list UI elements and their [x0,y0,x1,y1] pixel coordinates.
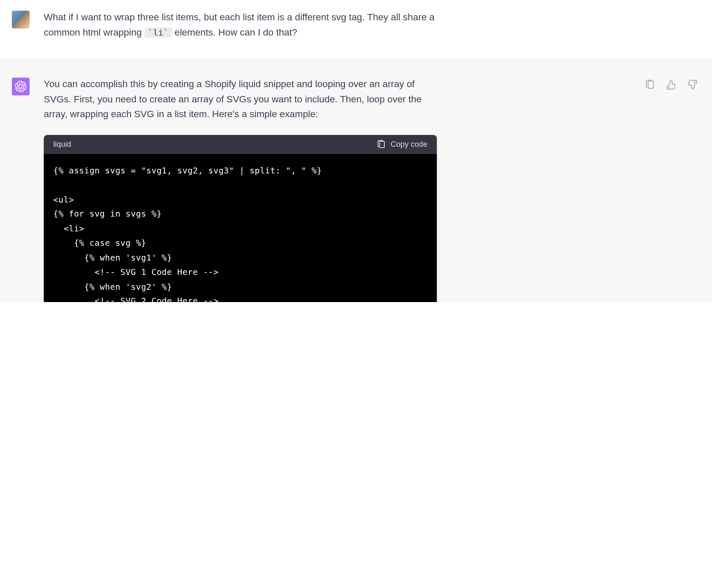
openai-logo-icon [15,81,27,93]
svg-rect-1 [648,81,654,88]
user-text-part2: elements. How can I do that? [172,27,297,37]
assistant-message: You can accomplish this by creating a Sh… [0,59,712,302]
svg-rect-0 [380,141,384,148]
user-message-text: What if I want to wrap three list items,… [44,9,437,40]
clipboard-icon [645,80,655,90]
inline-code: `li` [144,27,172,38]
assistant-intro-text: You can accomplish this by creating a Sh… [44,77,437,122]
thumbs-down-button[interactable] [684,77,701,93]
assistant-avatar [12,78,30,96]
user-message: What if I want to wrap three list items,… [0,0,712,59]
message-actions [630,77,701,302]
thumbs-up-icon [666,80,676,90]
thumbs-down-icon [687,80,698,90]
code-content[interactable]: {% assign svgs = "svg1, svg2, svg3" | sp… [44,154,437,302]
copy-code-label: Copy code [391,140,427,149]
code-language-label: liquid [53,140,71,149]
thumbs-up-button[interactable] [663,77,679,93]
copy-code-button[interactable]: Copy code [376,140,427,149]
copy-message-button[interactable] [642,77,658,93]
user-avatar [12,11,30,28]
code-block: liquid Copy code {% assign svgs = "svg1,… [44,135,437,302]
clipboard-icon [376,140,386,149]
code-header: liquid Copy code [44,135,437,154]
